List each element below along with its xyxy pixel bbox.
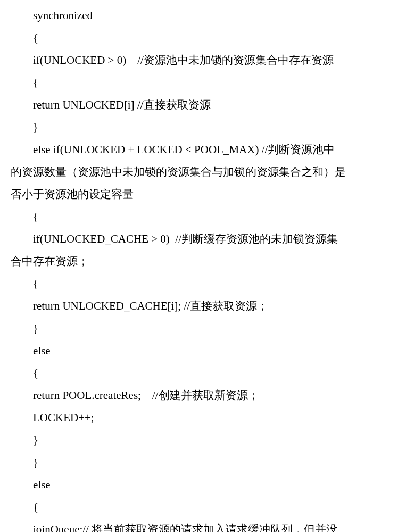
code-line: { xyxy=(11,496,395,518)
code-line: if(UNLOCKED_CACHE > 0) //判断缓存资源池的未加锁资源集 xyxy=(11,228,395,250)
code-line: 合中存在资源； xyxy=(11,250,395,272)
code-line: LOCKED++; xyxy=(11,406,395,429)
code-line: { xyxy=(11,205,395,228)
code-line: return UNLOCKED[i] //直接获取资源 xyxy=(11,94,395,116)
code-line: { xyxy=(11,362,395,384)
code-line: else xyxy=(11,339,395,362)
code-line: synchronized xyxy=(11,4,395,27)
code-line: if(UNLOCKED > 0) //资源池中未加锁的资源集合中存在资源 xyxy=(11,49,395,71)
code-line: joinQueue;// 将当前获取资源的请求加入请求缓冲队列，但并没 xyxy=(11,518,395,532)
code-line: { xyxy=(11,71,395,94)
code-line: { xyxy=(11,272,395,295)
code-line: return POOL.createRes; //创建并获取新资源； xyxy=(11,384,395,406)
code-line: { xyxy=(11,27,395,49)
code-line: return UNLOCKED_CACHE[i]; //直接获取资源； xyxy=(11,295,395,317)
code-line: else if(UNLOCKED + LOCKED < POOL_MAX) //… xyxy=(11,138,395,161)
code-line: } xyxy=(11,116,395,138)
code-line: } xyxy=(11,451,395,473)
code-line: } xyxy=(11,317,395,339)
code-line: } xyxy=(11,429,395,451)
document-page: synchronized{if(UNLOCKED > 0) //资源池中未加锁的… xyxy=(0,0,406,532)
code-line: 否小于资源池的设定容量 xyxy=(11,183,395,205)
code-line: 的资源数量（资源池中未加锁的资源集合与加锁的资源集合之和）是 xyxy=(11,161,395,183)
code-line: else xyxy=(11,473,395,496)
